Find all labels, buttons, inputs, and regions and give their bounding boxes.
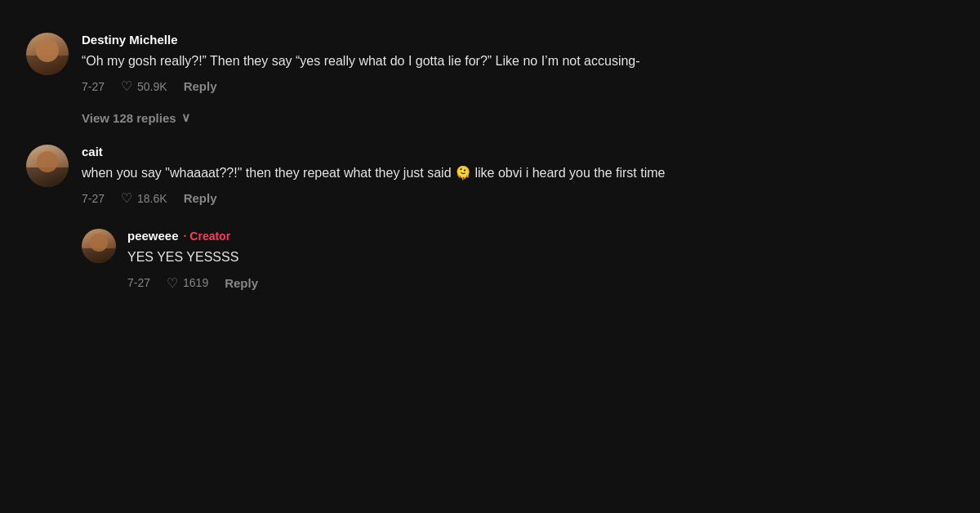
reply-username: peeweee	[127, 229, 179, 243]
comments-feed: Destiny Michelle “Oh my gosh really?!” T…	[26, 20, 954, 301]
like-count: 50.9K	[137, 80, 167, 93]
reply-button[interactable]: Reply	[184, 191, 217, 205]
comment-date: 7-27	[82, 80, 105, 93]
comment-meta: 7-27 ♡ 18.6K Reply	[82, 190, 954, 206]
comment-item: Destiny Michelle “Oh my gosh really?!” T…	[26, 20, 954, 107]
comment-username: peeweee· Creator	[127, 229, 954, 243]
comment-username: Destiny Michelle	[82, 33, 954, 47]
creator-badge: · Creator	[184, 230, 231, 243]
reply-item: peeweee· Creator YES YES YESSSS 7-27 ♡ 1…	[82, 219, 954, 300]
like-count: 18.6K	[137, 192, 167, 205]
heart-icon: ♡	[121, 78, 132, 94]
like-button[interactable]: ♡ 50.9K	[121, 78, 167, 94]
comment-date: 7-27	[82, 192, 105, 205]
heart-icon: ♡	[167, 275, 178, 291]
chevron-down-icon: ∨	[181, 110, 190, 125]
avatar	[26, 145, 69, 187]
like-button[interactable]: ♡ 18.6K	[121, 190, 167, 206]
comment-body: peeweee· Creator YES YES YESSSS 7-27 ♡ 1…	[127, 229, 954, 290]
avatar	[82, 229, 116, 263]
reply-button[interactable]: Reply	[184, 79, 217, 93]
avatar	[26, 33, 69, 75]
like-count: 1619	[183, 276, 208, 289]
comment-text: YES YES YESSSS	[127, 248, 954, 266]
comment-body: Destiny Michelle “Oh my gosh really?!” T…	[82, 33, 954, 94]
comment-username: cait	[82, 145, 954, 158]
view-replies-label: View 128 replies	[82, 111, 176, 125]
view-replies-button[interactable]: View 128 replies ∨	[82, 110, 954, 125]
comment-meta: 7-27 ♡ 1619 Reply	[127, 275, 954, 291]
comment-date: 7-27	[127, 276, 150, 289]
heart-icon: ♡	[121, 190, 132, 206]
like-button[interactable]: ♡ 1619	[167, 275, 208, 291]
comment-meta: 7-27 ♡ 50.9K Reply	[82, 78, 954, 94]
comment-text: “Oh my gosh really?!” Then they say “yes…	[82, 51, 954, 70]
comment-text: when you say "whaaaat??!" then they repe…	[82, 163, 954, 182]
comment-body: cait when you say "whaaaat??!" then they…	[82, 145, 954, 206]
comment-item: cait when you say "whaaaat??!" then they…	[26, 132, 954, 219]
reply-button[interactable]: Reply	[225, 276, 258, 290]
